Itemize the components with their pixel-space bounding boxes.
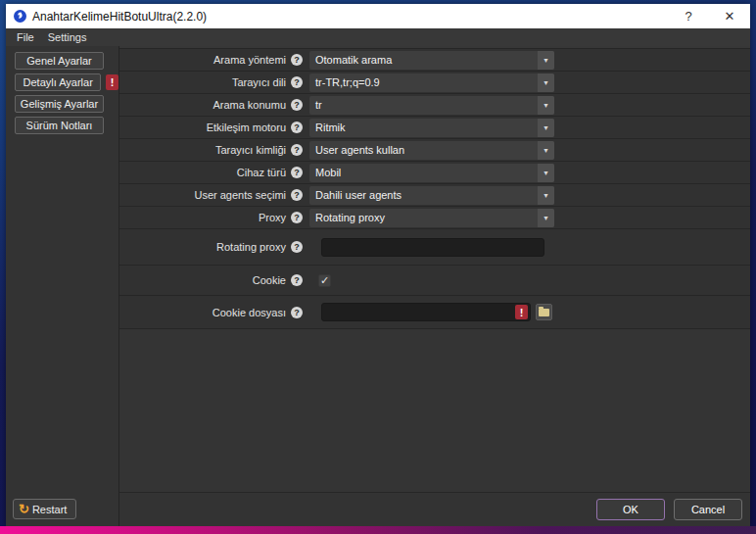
- browse-file-button[interactable]: [536, 304, 552, 320]
- menu-settings[interactable]: Settings: [41, 28, 94, 46]
- field-label: Rotating proxy: [119, 241, 286, 253]
- chevron-down-icon: ▼: [538, 51, 554, 70]
- form-row-user-agents-secimi: User agents seçimi ? Dahili user agents …: [119, 184, 750, 207]
- chevron-down-icon: ▼: [538, 119, 554, 137]
- content-area: Genel Ayarlar Detaylı Ayarlar ! Gelişmiş…: [6, 46, 750, 526]
- sidebar-row: Genel Ayarlar: [15, 52, 118, 70]
- chevron-down-icon: ▼: [538, 164, 554, 182]
- sidebar: Genel Ayarlar Detaylı Ayarlar ! Gelişmiş…: [6, 46, 119, 526]
- main-panel: Arama yöntemi ? Otomatik arama ▼ Tarayıc…: [119, 46, 750, 526]
- form-row-rotating-proxy: Rotating proxy ?: [119, 229, 750, 266]
- field-label: Arama yöntemi: [119, 54, 286, 66]
- check-icon: ✓: [320, 275, 329, 286]
- field-label: Proxy: [119, 212, 286, 223]
- dropdown-value: Otomatik arama: [315, 54, 392, 66]
- close-button[interactable]: ✕: [709, 4, 750, 28]
- etkilesim-motoru-dropdown[interactable]: Ritmik ▼: [309, 119, 554, 137]
- ok-button[interactable]: OK: [596, 499, 665, 520]
- field-label: Cihaz türü: [119, 167, 286, 178]
- error-badge: !: [515, 305, 528, 319]
- restart-label: Restart: [32, 504, 67, 515]
- field-label: Arama konumu: [119, 99, 286, 111]
- help-button[interactable]: ?: [668, 4, 709, 28]
- form-row-arama-yontemi: Arama yöntemi ? Otomatik arama ▼: [119, 49, 750, 72]
- restart-button[interactable]: ↻ Restart: [13, 499, 76, 519]
- help-icon[interactable]: ?: [291, 167, 303, 178]
- help-icon[interactable]: ?: [291, 241, 303, 253]
- warning-badge: !: [106, 74, 118, 90]
- cookie-file-group: !: [321, 303, 552, 321]
- chevron-down-icon: ▼: [538, 186, 554, 205]
- field-label: Etkileşim motoru: [119, 121, 286, 133]
- arama-konumu-dropdown[interactable]: tr ▼: [309, 96, 554, 115]
- menu-bar: File Settings: [6, 28, 750, 46]
- field-label: Cookie dosyası: [119, 307, 286, 318]
- desktop-background-strip: [0, 526, 756, 534]
- form-row-cookie-dosyasi: Cookie dosyası ? !: [119, 296, 750, 329]
- help-icon[interactable]: ?: [291, 212, 303, 223]
- sidebar-item-genel-ayarlar[interactable]: Genel Ayarlar: [15, 52, 104, 70]
- tarayici-kimligi-dropdown[interactable]: User agents kullan ▼: [309, 141, 554, 160]
- window-title: AnahtarKelimeHitBotuUltra(2.2.0): [32, 10, 207, 24]
- form-row-arama-konumu: Arama konumu ? tr ▼: [119, 94, 750, 117]
- action-bar: OK Cancel: [119, 492, 750, 526]
- form-row-cihaz-turu: Cihaz türü ? Mobil ▼: [119, 162, 750, 184]
- settings-form: Arama yöntemi ? Otomatik arama ▼ Tarayıc…: [119, 46, 750, 492]
- form-row-proxy: Proxy ? Rotating proxy ▼: [119, 207, 750, 229]
- form-empty-area: [119, 329, 750, 492]
- dropdown-value: User agents kullan: [315, 144, 404, 156]
- field-label: Cookie: [119, 274, 286, 286]
- cihaz-turu-dropdown[interactable]: Mobil ▼: [309, 164, 554, 182]
- sidebar-item-surum-notlari[interactable]: Sürüm Notları: [15, 117, 104, 134]
- app-window: AnahtarKelimeHitBotuUltra(2.2.0) ? ✕ Fil…: [6, 4, 750, 526]
- chevron-down-icon: ▼: [538, 73, 554, 92]
- sidebar-row: Sürüm Notları: [15, 117, 118, 134]
- sidebar-row: Detaylı Ayarlar !: [15, 73, 118, 91]
- tarayici-dili-dropdown[interactable]: tr-TR,tr;q=0.9 ▼: [309, 73, 554, 92]
- help-icon[interactable]: ?: [291, 274, 303, 286]
- form-row-tarayici-dili: Tarayıcı dili ? tr-TR,tr;q=0.9 ▼: [119, 72, 750, 94]
- form-row-tarayici-kimligi: Tarayıcı kimliği ? User agents kullan ▼: [119, 139, 750, 162]
- restart-icon: ↻: [19, 503, 29, 515]
- proxy-dropdown[interactable]: Rotating proxy ▼: [309, 209, 554, 227]
- rotating-proxy-input[interactable]: [321, 238, 544, 257]
- help-icon[interactable]: ?: [291, 307, 303, 318]
- menu-file[interactable]: File: [10, 28, 41, 46]
- help-icon[interactable]: ?: [291, 144, 303, 156]
- folder-icon: [539, 309, 549, 316]
- dropdown-value: Mobil: [315, 167, 341, 178]
- dropdown-value: Dahili user agents: [315, 189, 402, 201]
- form-row-etkilesim-motoru: Etkileşim motoru ? Ritmik ▼: [119, 117, 750, 139]
- field-label: User agents seçimi: [119, 189, 286, 201]
- sidebar-row: Gelişmiş Ayarlar: [15, 95, 118, 113]
- chevron-down-icon: ▼: [538, 96, 554, 115]
- dropdown-value: tr-TR,tr;q=0.9: [315, 76, 380, 88]
- dropdown-value: Ritmik: [315, 121, 346, 133]
- arama-yontemi-dropdown[interactable]: Otomatik arama ▼: [309, 51, 554, 70]
- title-bar: AnahtarKelimeHitBotuUltra(2.2.0) ? ✕: [6, 4, 750, 28]
- chevron-down-icon: ▼: [538, 141, 554, 160]
- help-icon[interactable]: ?: [291, 121, 303, 133]
- help-icon[interactable]: ?: [291, 189, 303, 201]
- dropdown-value: Rotating proxy: [315, 212, 385, 223]
- cookie-checkbox[interactable]: ✓: [318, 274, 331, 287]
- cookie-file-input[interactable]: !: [321, 303, 531, 321]
- help-icon[interactable]: ?: [291, 54, 303, 66]
- chevron-down-icon: ▼: [538, 209, 554, 227]
- dropdown-value: tr: [315, 99, 322, 111]
- help-icon[interactable]: ?: [291, 99, 303, 111]
- form-row-cookie: Cookie ? ✓: [119, 266, 750, 296]
- help-icon[interactable]: ?: [291, 76, 303, 88]
- sidebar-item-gelismis-ayarlar[interactable]: Gelişmiş Ayarlar: [15, 95, 104, 113]
- cancel-button[interactable]: Cancel: [674, 499, 742, 520]
- field-label: Tarayıcı dili: [119, 76, 286, 88]
- sidebar-item-detayli-ayarlar[interactable]: Detaylı Ayarlar: [15, 73, 101, 91]
- field-label: Tarayıcı kimliği: [119, 144, 286, 156]
- user-agents-secimi-dropdown[interactable]: Dahili user agents ▼: [309, 186, 554, 205]
- app-icon: [14, 10, 26, 23]
